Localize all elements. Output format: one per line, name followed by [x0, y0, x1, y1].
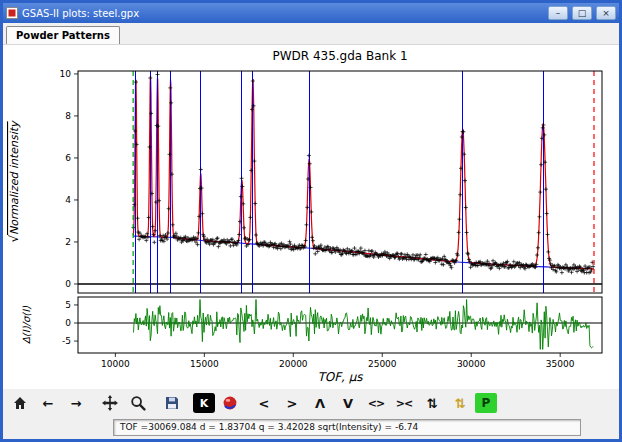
x-tick-label: 20000 — [279, 359, 308, 369]
x-tick-label: 35000 — [546, 359, 575, 369]
forward-button[interactable]: → — [63, 392, 89, 415]
tab-powder-patterns[interactable]: Powder Patterns — [6, 26, 120, 44]
y-tick-label: 2 — [65, 237, 71, 247]
y-tick-label: 6 — [65, 153, 71, 163]
floppy-icon — [164, 395, 180, 411]
zoom-button[interactable] — [125, 392, 151, 415]
x-tick-label: 10000 — [101, 359, 130, 369]
sphere-icon — [222, 395, 238, 411]
expand-x-button[interactable]: <> — [363, 392, 389, 415]
home-button[interactable] — [7, 392, 33, 415]
x-tick-label: 25000 — [368, 359, 397, 369]
save-button[interactable] — [159, 392, 185, 415]
powder-pattern-plot[interactable]: 1000015000200002500030000350000246810-50… — [3, 45, 619, 389]
plot-toolbar: ← → K < > Λ V <> >< ⇅ ⇅ P — [3, 389, 619, 417]
tab-bar: Powder Patterns — [3, 23, 619, 45]
x-tick-label: 30000 — [457, 359, 486, 369]
x-tick-label: 15000 — [190, 359, 219, 369]
pan-button[interactable] — [97, 392, 123, 415]
help-button[interactable] — [217, 392, 243, 415]
shift-up-button[interactable]: Λ — [307, 392, 333, 415]
y-tick-label: 0 — [65, 279, 71, 289]
plot-figure[interactable]: 1000015000200002500030000350000246810-50… — [3, 45, 619, 389]
arrow-right-icon: → — [71, 396, 82, 411]
arrow-left-icon: ← — [43, 396, 54, 411]
pan-arrows-icon — [102, 395, 118, 411]
y-tick-label: 8 — [65, 111, 71, 121]
shift-left-button[interactable]: < — [251, 392, 277, 415]
maximize-button[interactable]: □ — [572, 6, 592, 20]
calculated-series — [133, 76, 594, 269]
y-tick-label: 4 — [65, 195, 71, 205]
xlabel: TOF, μs — [317, 370, 363, 384]
back-button[interactable]: ← — [35, 392, 61, 415]
residual-tick-label: -5 — [62, 336, 71, 346]
contract-x-button[interactable]: >< — [391, 392, 417, 415]
home-icon — [12, 395, 28, 411]
shift-updown-button[interactable]: ⇅ — [419, 392, 445, 415]
minimize-button[interactable]: – — [548, 6, 568, 20]
y-tick-label: 10 — [60, 69, 72, 79]
status-readout: TOF =30069.084 d = 1.83704 q = 3.42028 s… — [113, 419, 581, 436]
gsas-plots-window: GSAS-II plots: steel.gpx – □ × Powder Pa… — [0, 0, 622, 442]
residual-tick-label: 0 — [65, 318, 71, 328]
app-icon — [6, 7, 18, 19]
magnifier-icon — [130, 395, 146, 411]
residual-ylabel: Δ(I)/σ(I) — [21, 305, 32, 344]
up-down-arrows-icon: ⇅ — [455, 396, 466, 411]
close-button[interactable]: × — [596, 6, 616, 20]
residual-tick-label: 5 — [65, 300, 71, 310]
publish-button[interactable]: P — [475, 393, 497, 413]
up-down-arrows-icon: ⇅ — [427, 396, 438, 411]
scale-updown-button[interactable]: ⇅ — [447, 392, 473, 415]
title-bar[interactable]: GSAS-II plots: steel.gpx – □ × — [3, 3, 619, 23]
main-ylabel: √Normalized intensity — [7, 120, 21, 243]
shift-right-button[interactable]: > — [279, 392, 305, 415]
window-title: GSAS-II plots: steel.gpx — [22, 8, 544, 19]
key-press-button[interactable]: K — [193, 393, 215, 413]
status-bar: TOF =30069.084 d = 1.83704 q = 3.42028 s… — [3, 417, 619, 439]
plot-title: PWDR 435.gda Bank 1 — [272, 49, 407, 63]
difference-series — [134, 300, 594, 350]
shift-down-button[interactable]: V — [335, 392, 361, 415]
